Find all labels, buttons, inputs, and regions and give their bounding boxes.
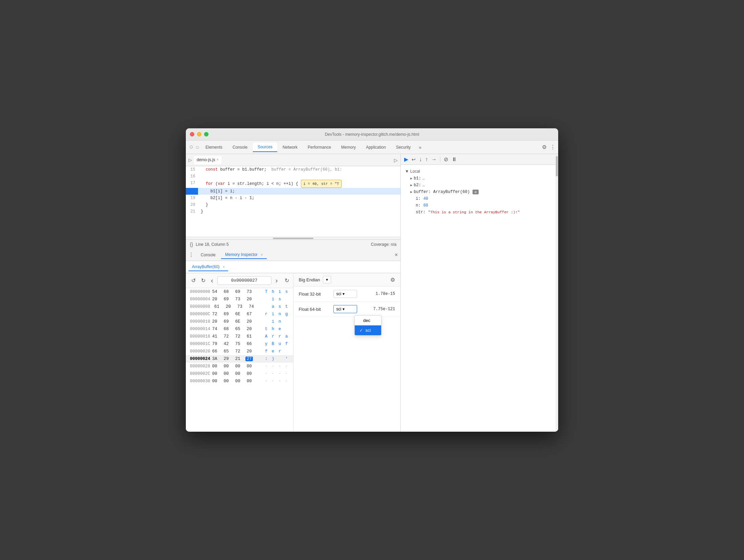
hex-char: f (264, 349, 269, 354)
locals-b1: ▶ b1: … (405, 175, 551, 182)
cursor-icon[interactable]: ⬡ (189, 145, 194, 150)
code-area[interactable]: 15 const buffer = b1.buffer; buffer = Ar… (186, 166, 400, 237)
run-snippet-icon[interactable]: ▷ (394, 157, 398, 163)
hex-byte: 69 (222, 297, 230, 302)
step-out-btn[interactable]: ↑ (425, 156, 428, 163)
step-into-btn[interactable]: ↓ (419, 156, 422, 163)
hex-byte: 00 (234, 371, 241, 376)
mi-nav: ↺ ↻ ‹ › ↻ (186, 273, 293, 288)
dropdown-menu: dec ✓ sci (354, 315, 381, 336)
hex-bytes: 00000000 (211, 371, 258, 376)
hex-char: r (278, 334, 282, 339)
hex-char: r (278, 349, 282, 354)
array-buffer-tab-close[interactable]: × (223, 265, 225, 269)
nav-next-btn[interactable]: › (274, 276, 279, 285)
hex-bytes: 20697320 (211, 297, 258, 302)
tab-security[interactable]: Security (391, 143, 415, 152)
main-scrollbar[interactable] (555, 154, 558, 432)
source-header: ▷ demo-js.js × ▷ (186, 154, 400, 166)
locals-buffer: ▶ buffer: ArrayBuffer(60) ⊞ (405, 189, 551, 195)
hex-chars: yBuf (264, 342, 289, 346)
step-btn[interactable]: → (431, 156, 437, 163)
hex-byte: 00 (211, 371, 218, 376)
endian-select[interactable]: ▾ (323, 276, 331, 283)
hex-byte: 61 (245, 334, 253, 339)
dropdown-item-sci[interactable]: ✓ sci (355, 325, 381, 335)
tab-console[interactable]: Console (228, 143, 252, 152)
hex-address: 0000000C (190, 312, 211, 317)
hex-table[interactable]: 0000000054686973This0000000420697320 is … (186, 288, 293, 432)
hex-row: 0000000861207374ast (186, 303, 293, 310)
toolbar-divider (440, 156, 440, 163)
float64-label: Float 64-bit (299, 307, 329, 312)
code-line-16: 16 (186, 173, 400, 180)
hex-address: 0000002C (190, 371, 211, 376)
nav-prev-btn[interactable]: ‹ (210, 276, 215, 285)
device-icon[interactable]: □ (195, 145, 200, 150)
minimize-button[interactable] (197, 132, 201, 136)
titlebar: DevTools - memory-inspector.glitch.me/de… (186, 128, 558, 141)
hex-char: y (264, 342, 269, 346)
tab-more[interactable]: » (416, 143, 424, 151)
dropdown-item-dec[interactable]: dec (355, 316, 381, 325)
hex-byte: 42 (222, 342, 230, 346)
nav-back-btn[interactable]: ↺ (190, 277, 197, 284)
hex-chars: ring (264, 312, 289, 317)
hex-char: · (278, 379, 282, 384)
more-bottom-icon[interactable]: ⋮ (189, 252, 194, 258)
tab-application[interactable]: Application (361, 143, 391, 152)
tab-sources[interactable]: Sources (253, 143, 277, 152)
settings-icon[interactable]: ⚙ (390, 277, 395, 283)
hex-byte: 68 (222, 327, 230, 331)
hex-byte: 73 (245, 289, 253, 294)
tab-console-bottom[interactable]: Console (197, 251, 220, 259)
hex-chars: the (264, 327, 289, 331)
endian-label: Big Endian (299, 277, 320, 282)
hex-byte: 00 (234, 379, 241, 384)
refresh-btn[interactable]: ↻ (285, 277, 289, 284)
hex-row: 0000000C72696E67ring (186, 310, 293, 318)
source-file-tab[interactable]: demo-js.js × (194, 156, 221, 164)
more-icon[interactable]: ⋮ (550, 144, 555, 150)
locals-i: i: 40 (405, 195, 551, 202)
array-buffer-tab[interactable]: ArrayBuffer(60) × (189, 263, 228, 271)
memory-icon[interactable]: ⊞ (473, 190, 479, 194)
deactivate-btn[interactable]: ⊘ (444, 156, 448, 163)
hex-row: 0000001020696E20 in (186, 318, 293, 325)
step-over-btn[interactable]: ↩ (412, 157, 416, 162)
tab-network[interactable]: Network (278, 143, 302, 152)
address-input[interactable] (217, 276, 271, 285)
tab-elements[interactable]: Elements (201, 143, 227, 152)
close-button[interactable] (190, 132, 194, 136)
hex-byte: 00 (245, 379, 253, 384)
hex-byte[interactable]: 27 (245, 357, 253, 361)
code-line-19: 19 b2[i] = n - i - 1; (186, 195, 400, 201)
source-close[interactable]: × (217, 158, 219, 161)
hex-char: s (278, 297, 282, 302)
hex-char: f (284, 342, 289, 346)
bottom-panel-close[interactable]: × (395, 252, 398, 258)
scroll-thumb-main[interactable] (556, 156, 558, 176)
hex-char: · (284, 364, 289, 369)
hex-char: e (271, 349, 276, 354)
code-line-15: 15 const buffer = b1.buffer; buffer = Ar… (186, 166, 400, 173)
scroll-thumb[interactable] (273, 238, 313, 239)
hex-byte: 21 (234, 357, 241, 361)
pause-btn[interactable]: ⏸ (452, 156, 457, 163)
gear-icon[interactable]: ⚙ (542, 144, 547, 150)
memory-inspector-close[interactable]: × (261, 253, 263, 257)
devtools-window: DevTools - memory-inspector.glitch.me/de… (186, 128, 558, 432)
tab-memory-inspector[interactable]: Memory Inspector × (221, 251, 267, 259)
float64-row: Float 64-bit sci ▾ 7.75e-121 (293, 302, 401, 317)
tab-performance[interactable]: Performance (303, 143, 336, 152)
tab-memory[interactable]: Memory (336, 143, 360, 152)
code-line-17: 17 for (var i = str.length; i < n; ++i) … (186, 180, 400, 188)
float64-format-select[interactable]: sci ▾ (333, 305, 357, 313)
resume-btn[interactable]: ▶ (404, 156, 408, 163)
maximize-button[interactable] (204, 132, 209, 136)
nav-forward-btn[interactable]: ↻ (200, 277, 207, 284)
main-content: ▷ demo-js.js × ▷ 15 const buffer = b1.bu… (186, 154, 558, 432)
float32-format-select[interactable]: sci ▾ (333, 290, 357, 298)
file-navigator-icon[interactable]: ▷ (189, 157, 192, 163)
hex-char: ' (284, 357, 289, 361)
